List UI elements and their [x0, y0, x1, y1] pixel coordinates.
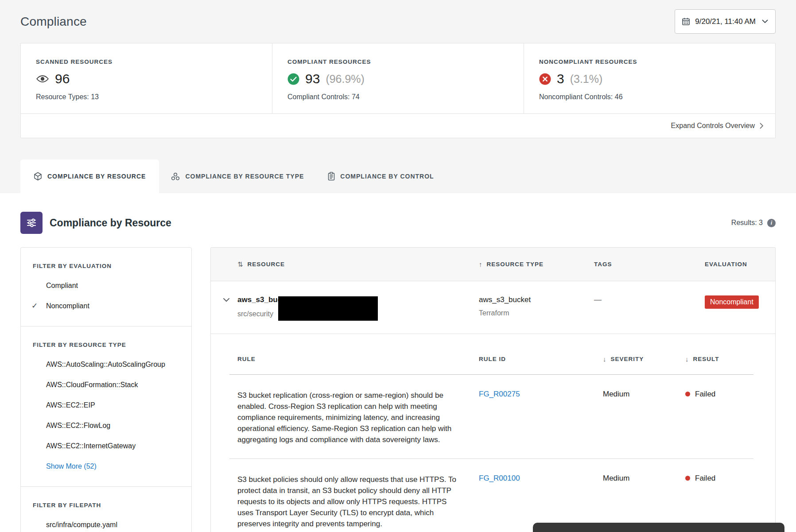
sliders-icon [26, 218, 37, 228]
filter-item-ec2-flowlog[interactable]: AWS::EC2::FlowLog [21, 421, 191, 430]
filter-item-autoscalinggroup[interactable]: AWS::AutoScaling::AutoScalingGroup [21, 360, 191, 369]
column-label: TAGS [594, 261, 612, 268]
stat-label: COMPLIANT RESOURCES [287, 58, 524, 65]
cluster-icon [171, 172, 180, 181]
stat-label: SCANNED RESOURCES [36, 58, 272, 65]
expand-row-chevron-icon[interactable] [223, 298, 230, 302]
floating-widget[interactable] [533, 523, 784, 532]
rule-id-link[interactable]: FG_R00100 [479, 474, 520, 482]
column-label: SEVERITY [611, 356, 644, 362]
filter-item-ec2-eip[interactable]: AWS::EC2::EIP [21, 401, 191, 409]
resource-table: ⇅ RESOURCE ↑ RESOURCE TYPE TAGS EVALUATI… [210, 247, 776, 532]
section-header: Compliance by Resource Results: 3 i [20, 212, 776, 234]
date-label: 9/20/21, 11:40 AM [695, 17, 756, 26]
tab-label: COMPLIANCE BY RESOURCE TYPE [185, 173, 304, 180]
results-area: Results: 3 i [731, 219, 776, 227]
rule-row: S3 bucket policies should only allow req… [211, 459, 775, 532]
resource-row[interactable]: aws_s3_buc src/security aws_s3_bucket Te… [211, 281, 775, 334]
column-header-severity[interactable]: ↓ SEVERITY [603, 355, 685, 363]
tags-cell: — [594, 295, 705, 334]
sort-down-icon: ↓ [685, 355, 689, 363]
section-title: Compliance by Resource [50, 217, 171, 229]
tab-compliance-by-resource[interactable]: COMPLIANCE BY RESOURCE [20, 159, 159, 193]
divider [21, 326, 191, 326]
info-icon[interactable]: i [767, 219, 776, 227]
column-header-resource[interactable]: ⇅ RESOURCE [237, 260, 479, 268]
column-header-result[interactable]: ↓ RESULT [685, 355, 775, 363]
column-label: RULE [237, 356, 256, 362]
noncompliant-count: 3 [557, 71, 564, 86]
date-picker-button[interactable]: 9/20/21, 11:40 AM [675, 9, 776, 34]
column-header-tags[interactable]: TAGS [594, 261, 705, 268]
filter-item-label: Noncompliant [46, 302, 89, 310]
column-label: RESOURCE TYPE [487, 261, 544, 268]
filter-item-label: Compliant [46, 282, 78, 289]
sort-both-icon: ⇅ [237, 260, 244, 268]
expand-controls-label: Expand Controls Overview [671, 122, 755, 130]
results-count: Results: 3 [731, 219, 763, 227]
filter-item-label: AWS::EC2::FlowLog [46, 422, 110, 429]
sort-up-icon: ↑ [479, 260, 483, 268]
main-content: Compliance by Resource Results: 3 i FILT… [0, 193, 796, 532]
tab-label: COMPLIANCE BY CONTROL [340, 173, 434, 180]
expand-controls-row: Expand Controls Overview [21, 113, 775, 138]
filter-item-filepath-compute-yaml[interactable]: src/infra/compute.yaml [21, 520, 191, 529]
noncompliant-percent: (3.1%) [570, 73, 603, 85]
rules-header-row: RULE RULE ID ↓ SEVERITY ↓ RESULT [211, 355, 775, 363]
filter-filepath-heading: FILTER BY FILEPATH [33, 502, 179, 509]
filter-settings-button[interactable] [20, 212, 43, 234]
rule-description: S3 bucket replication (cross-region or s… [237, 390, 461, 445]
compliant-controls-count: Compliant Controls: 74 [287, 93, 524, 101]
resource-type: aws_s3_bucket [479, 295, 594, 304]
column-label: EVALUATION [705, 261, 747, 268]
rule-result: Failed [695, 474, 715, 483]
column-header-resource-type[interactable]: ↑ RESOURCE TYPE [479, 260, 594, 268]
compliant-percent: (96.9%) [326, 73, 365, 85]
rule-severity: Medium [603, 390, 685, 445]
tab-compliance-by-resource-type[interactable]: COMPLIANCE BY RESOURCE TYPE [159, 159, 316, 193]
column-header-evaluation[interactable]: EVALUATION [705, 261, 775, 268]
column-header-rule: RULE [237, 355, 479, 363]
chevron-down-icon [762, 19, 768, 23]
filter-resource-type-heading: FILTER BY RESOURCE TYPE [33, 342, 179, 348]
show-more-link[interactable]: Show More (52) [21, 462, 191, 470]
rule-result-cell: Failed [685, 474, 775, 529]
stat-scanned-resources: SCANNED RESOURCES 96 Resource Types: 13 [21, 43, 272, 113]
noncompliant-controls-count: Noncompliant Controls: 46 [539, 93, 775, 101]
filter-item-compliant[interactable]: Compliant [21, 281, 191, 290]
scanned-count: 96 [55, 71, 70, 86]
filter-item-label: AWS::EC2::InternetGateway [46, 442, 136, 450]
calendar-icon [682, 17, 690, 26]
divider [21, 486, 191, 487]
filter-item-label: AWS::AutoScaling::AutoScalingGroup [46, 361, 165, 368]
body-row: FILTER BY EVALUATION Compliant ✓ Noncomp… [20, 247, 776, 532]
tab-bar: COMPLIANCE BY RESOURCE COMPLIANCE BY RES… [20, 159, 776, 193]
stat-noncompliant-resources: NONCOMPLIANT RESOURCES 3 (3.1%) Noncompl… [524, 43, 775, 113]
eye-icon [36, 74, 49, 83]
cube-icon [34, 172, 42, 181]
failed-dot-icon [685, 476, 690, 481]
evaluation-cell: Noncompliant [705, 295, 775, 334]
top-section: Compliance 9/20/21, 11:40 AM SCANNED RES… [0, 0, 796, 193]
filter-item-label: AWS::CloudFormation::Stack [46, 381, 138, 388]
rule-id-link[interactable]: FG_R00275 [479, 390, 520, 398]
stat-compliant-resources: COMPLIANT RESOURCES 93 (96.9%) Compliant… [272, 43, 524, 113]
sort-down-icon: ↓ [603, 355, 607, 363]
tab-label: COMPLIANCE BY RESOURCE [47, 173, 146, 180]
table-header-row: ⇅ RESOURCE ↑ RESOURCE TYPE TAGS EVALUATI… [211, 248, 775, 281]
expand-controls-link[interactable]: Expand Controls Overview [671, 122, 764, 130]
rule-severity: Medium [603, 474, 685, 529]
filter-item-ec2-internetgateway[interactable]: AWS::EC2::InternetGateway [21, 442, 191, 450]
filter-evaluation-heading: FILTER BY EVALUATION [33, 263, 179, 269]
tab-compliance-by-control[interactable]: COMPLIANCE BY CONTROL [316, 159, 446, 193]
rule-row: S3 bucket replication (cross-region or s… [211, 375, 775, 458]
column-label: RULE ID [479, 356, 506, 362]
stat-label: NONCOMPLIANT RESOURCES [539, 58, 775, 65]
filter-item-noncompliant[interactable]: ✓ Noncompliant [21, 302, 191, 310]
check-circle-icon [287, 73, 299, 85]
rule-description: S3 bucket policies should only allow req… [237, 474, 461, 529]
check-icon: ✓ [31, 302, 38, 310]
filter-item-label: AWS::EC2::EIP [46, 401, 95, 409]
chevron-right-icon [760, 123, 764, 129]
filter-item-cloudformation-stack[interactable]: AWS::CloudFormation::Stack [21, 381, 191, 389]
